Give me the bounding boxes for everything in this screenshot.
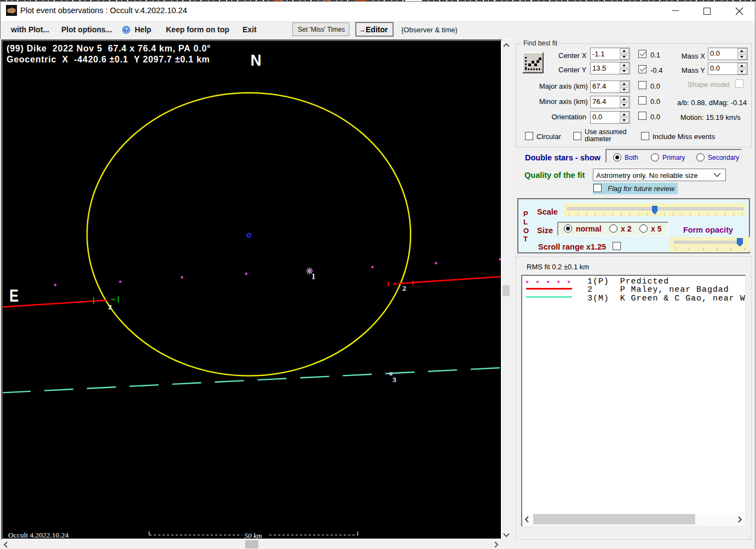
svg-text:1: 1: [311, 273, 315, 281]
svg-text:Occult 4.2022.10.24: Occult 4.2022.10.24: [8, 531, 68, 539]
svg-text:2: 2: [108, 303, 112, 311]
svg-text:?: ?: [124, 27, 128, 33]
svg-text:2: 2: [402, 284, 406, 292]
svg-text:E: E: [9, 286, 19, 305]
svg-text:N: N: [251, 51, 262, 69]
svg-text:3: 3: [393, 375, 396, 384]
svg-text:(99) Dike 2022 Nov 5 67.4 x: (99) Dike 2022 Nov 5 67.4 x 76.4 km, PA …: [7, 44, 211, 53]
svg-text:50 km: 50 km: [244, 531, 262, 539]
svg-text:Geocentric X -4420.6 ±0.1 Y: Geocentric X -4420.6 ±0.1 Y 2097.7 ±0.1 …: [7, 55, 210, 64]
